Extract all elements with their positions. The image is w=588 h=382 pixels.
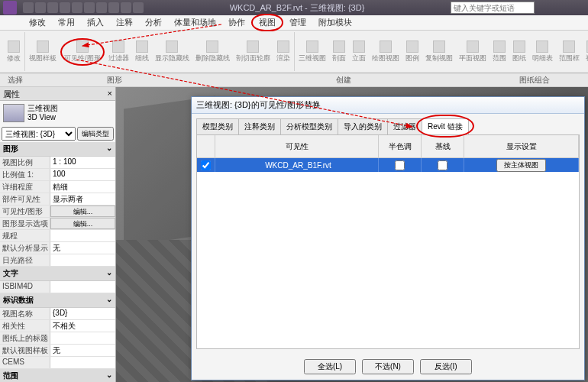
underlay-checkbox[interactable] [438,160,447,170]
close-icon[interactable] [574,2,585,13]
invert-button[interactable]: 反选(I) [420,359,472,374]
qat-btn[interactable] [121,2,131,13]
section-创建: 创建 [199,73,489,86]
qat-btn[interactable] [47,2,58,13]
app-icon [3,1,17,15]
ribbon-修改[interactable]: 修改 [5,40,23,64]
prop-row[interactable]: 相关性不相关 [0,320,115,332]
qat-btn[interactable] [108,2,119,13]
prop-row[interactable]: 图纸上的标题 [0,332,115,345]
tab-模型类别[interactable]: 模型类别 [196,118,239,134]
ribbon-绘图视图[interactable]: 绘图视图 [370,40,402,64]
qat-btn[interactable] [133,2,144,13]
menu-视图[interactable]: 视图 [251,14,283,31]
properties-title: 属性 [3,89,20,99]
ribbon-渲染[interactable]: 渲染 [274,40,292,64]
prop-row[interactable]: 默认视图样板无 [0,345,115,357]
menu-注释[interactable]: 注释 [110,15,139,30]
link-row[interactable]: WKCD_AR_B1F.rvt按主体视图 [197,158,579,172]
ribbon-可见性/图形[interactable]: 可见性/图形 [60,38,105,66]
ribbon-剖面[interactable]: 剖面 [330,40,348,64]
ribbon-图纸[interactable]: 图纸 [510,40,528,64]
menu-修改[interactable]: 修改 [23,15,52,30]
prop-row[interactable]: 默认分析显示无 [0,242,115,254]
view-type-name: 三维视图 [27,104,58,113]
qat-btn[interactable] [35,2,46,13]
menu-附加模块[interactable]: 附加模块 [312,15,358,30]
ribbon-范围[interactable]: 范围 [490,40,509,64]
menu-插入[interactable]: 插入 [81,15,110,30]
prop-row[interactable]: 部件可见性显示两者 [0,193,115,206]
category-图形[interactable]: 图形⌄ [0,142,115,156]
link-checkbox[interactable] [201,160,211,170]
dialog-title: 三维视图: {3D}的可见性/图形替换 [192,97,584,114]
prop-row[interactable]: CEMS [0,357,115,369]
category-标识数据[interactable]: 标识数据⌄ [0,293,115,307]
category-文字[interactable]: 文字⌄ [0,267,115,280]
edit-type-button[interactable]: 编辑类型 [77,127,114,141]
properties-panel: 属性× 三维视图3D View 三维视图: {3D} 编辑类型 图形⌄视图比例1… [0,87,116,382]
element-selector[interactable]: 三维视图: {3D} [2,127,76,141]
help-icon[interactable] [538,2,548,13]
ribbon-剖切面轮廓[interactable]: 剖切面轮廓 [234,40,273,64]
prop-row[interactable]: 视图比例1 : 100 [0,157,115,169]
visibility-graphics-dialog: 三维视图: {3D}的可见性/图形替换 模型类别注释类别分析模型类别导入的类别过… [191,96,585,380]
ribbon-删除隐藏线[interactable]: 删除隐藏线 [193,40,232,64]
prop-row[interactable]: 比例值 1:100 [0,169,115,181]
section-选择: 选择 [0,73,31,86]
display-settings-button[interactable]: 按主体视图 [496,159,546,172]
category-范围[interactable]: 范围⌄ [0,369,115,382]
maximize-icon[interactable] [562,2,573,13]
section-图形: 图形 [31,73,199,86]
ribbon-视图样板[interactable]: 视图样板 [27,40,59,64]
tab-过滤器[interactable]: 过滤器 [387,118,422,134]
ribbon-过滤器[interactable]: 过滤器 [106,40,131,64]
menubar: 修改常用插入注释分析体量和场地协作视图管理附加模块 [0,15,588,31]
search-input[interactable] [451,2,535,14]
prop-row[interactable]: 视图名称{3D} [0,308,115,320]
menu-常用[interactable]: 常用 [52,15,81,30]
quick-access-toolbar [23,2,144,13]
ribbon-图例[interactable]: 图例 [403,40,422,64]
prop-row[interactable]: 日光路径 [0,254,115,267]
tab-导入的类别[interactable]: 导入的类别 [338,118,388,134]
tab-Revit 链接[interactable]: Revit 链接 [422,118,469,134]
ribbon-细线[interactable]: 细线 [133,40,151,64]
ribbon-范围框[interactable]: 范围框 [557,40,582,64]
qat-btn[interactable] [72,2,82,13]
ribbon-复制视图[interactable]: 复制视图 [423,40,455,64]
col-display: 显示设置 [464,135,579,157]
ribbon-视图[interactable]: 视图 [583,40,588,64]
menu-分析[interactable]: 分析 [139,15,168,30]
ribbon-显示隐藏线[interactable]: 显示隐藏线 [153,40,192,64]
prop-row[interactable]: ISBIM4D [0,281,115,293]
ribbon-立面[interactable]: 立面 [350,40,368,64]
col-visibility: 可见性 [215,135,379,157]
ribbon-三维视图[interactable]: 三维视图 [296,40,328,64]
col-halftone: 半色调 [379,135,422,157]
section-图纸组合: 图纸组合 [489,73,580,86]
close-icon[interactable]: × [108,89,112,99]
view-type-icon [3,104,24,122]
menu-体量和场地[interactable]: 体量和场地 [168,15,222,30]
ribbon-明细表[interactable]: 明细表 [530,40,555,64]
qat-btn[interactable] [96,2,107,13]
halftone-checkbox[interactable] [395,160,405,170]
prop-row[interactable]: 规程 [0,230,115,242]
ribbon-平面视图[interactable]: 平面视图 [457,40,489,64]
qat-btn[interactable] [60,2,70,13]
minimize-icon[interactable] [550,2,561,13]
select-none-button[interactable]: 不选(N) [362,359,414,374]
tab-注释类别[interactable]: 注释类别 [238,118,281,134]
view-type-sub: 3D View [27,113,58,122]
select-all-button[interactable]: 全选(L) [304,359,356,374]
qat-btn[interactable] [23,2,34,13]
menu-管理[interactable]: 管理 [283,15,312,30]
qat-btn[interactable] [84,2,95,13]
prop-row[interactable]: 详细程度精细 [0,181,115,193]
ribbon: 修改视图样板可见性/图形过滤器细线显示隐藏线删除隐藏线剖切面轮廓渲染三维视图剖面… [0,31,588,73]
menu-协作[interactable]: 协作 [222,15,251,30]
tab-分析模型类别[interactable]: 分析模型类别 [280,118,338,134]
prop-row[interactable]: 图形显示选项编辑... [0,218,115,230]
prop-row[interactable]: 可见性/图形编辑... [0,206,115,218]
